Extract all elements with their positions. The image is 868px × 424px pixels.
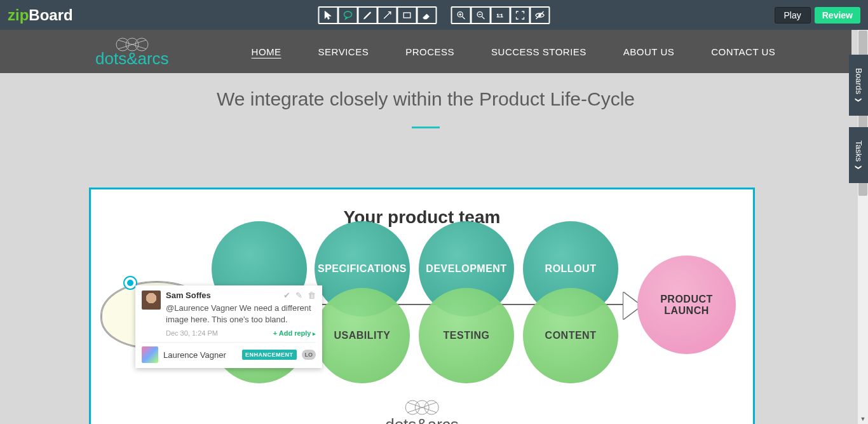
circle-launch: PRODUCT LAUNCH xyxy=(637,256,736,354)
comment-tool[interactable] xyxy=(339,8,357,23)
priority-tag: LO xyxy=(302,350,316,360)
site-navigation: dots&arcs HOME SERVICES PROCESS SUCCESS … xyxy=(0,30,851,73)
page-headline: We integrate closely within the Product … xyxy=(0,73,851,110)
actual-size-tool[interactable]: 1:1 xyxy=(492,8,510,23)
logo-part-a: zip xyxy=(8,6,29,24)
fit-screen-tool[interactable] xyxy=(512,8,529,23)
svg-point-0 xyxy=(344,11,352,17)
eraser-tool[interactable] xyxy=(418,8,436,23)
svg-rect-1 xyxy=(403,13,410,18)
comment-date: Dec 30, 1:24 PM xyxy=(166,329,218,337)
scroll-down-arrow[interactable]: ▼ xyxy=(858,414,868,424)
boards-panel-tab[interactable]: Boards❯ xyxy=(849,55,868,116)
zoom-in-tool[interactable] xyxy=(452,8,470,23)
nav-success-stories[interactable]: SUCCESS STORIES xyxy=(491,46,587,57)
chevron-down-icon: ❯ xyxy=(855,165,862,170)
play-button[interactable]: Play xyxy=(775,7,811,24)
comment-popup: Sam Soffes ✔ ✎ 🗑 @Laurence Vagner We nee… xyxy=(135,285,322,368)
nav-links: HOME SERVICES PROCESS SUCCESS STORIES AB… xyxy=(252,46,776,57)
headline-accent xyxy=(412,127,440,128)
nav-services[interactable]: SERVICES xyxy=(318,46,369,57)
drawing-tools xyxy=(318,6,437,24)
mode-actions: Play Review xyxy=(775,7,860,24)
site-logo[interactable]: dots&arcs xyxy=(95,36,169,67)
view-tools: 1:1 xyxy=(451,6,550,24)
arrow-tool[interactable] xyxy=(379,8,397,23)
circle-testing: TESTING xyxy=(419,288,514,383)
review-button[interactable]: Review xyxy=(815,7,860,24)
add-reply-button[interactable]: Add reply xyxy=(273,329,316,337)
footer-brand-text: dots&arcs xyxy=(385,415,459,424)
nav-about[interactable]: ABOUT US xyxy=(623,46,674,57)
edit-icon[interactable]: ✎ xyxy=(295,291,302,300)
nav-contact[interactable]: CONTACT US xyxy=(711,46,775,57)
pointer-tool[interactable] xyxy=(320,8,337,23)
comment-actions: ✔ ✎ 🗑 xyxy=(283,291,316,300)
svg-line-6 xyxy=(536,11,544,19)
assignee-avatar xyxy=(142,346,158,363)
tasks-panel-tab[interactable]: Tasks❯ xyxy=(849,127,868,183)
diagram-footer-logo: dots&arcs xyxy=(385,399,459,424)
resolve-icon[interactable]: ✔ xyxy=(283,291,290,300)
rectangle-tool[interactable] xyxy=(398,8,416,23)
pencil-tool[interactable] xyxy=(359,8,377,23)
page-content: We integrate closely within the Product … xyxy=(0,73,851,424)
boards-label: Boards xyxy=(854,68,864,94)
assignee-name: Laurence Vagner xyxy=(163,350,237,360)
tasks-label: Tasks xyxy=(854,140,864,161)
circle-usability: USABILITY xyxy=(315,288,410,383)
circle-content: CONTENT xyxy=(523,288,618,383)
delete-icon[interactable]: 🗑 xyxy=(308,291,316,300)
logo-part-b: Board xyxy=(29,6,72,24)
svg-text:1:1: 1:1 xyxy=(497,13,503,18)
app-logo: zipBoard xyxy=(8,6,73,24)
pin-dot-icon xyxy=(127,280,133,286)
zoom-out-tool[interactable] xyxy=(472,8,490,23)
nav-home[interactable]: HOME xyxy=(252,46,281,57)
tool-groups: 1:1 xyxy=(318,6,550,24)
app-toolbar: zipBoard 1:1 Play Review xyxy=(0,0,868,30)
comment-author: Sam Soffes xyxy=(166,291,211,300)
comment-text: @Laurence Vagner We need a different ima… xyxy=(166,303,316,325)
chevron-down-icon: ❯ xyxy=(855,97,862,102)
author-avatar xyxy=(142,291,161,310)
toggle-visibility-tool[interactable] xyxy=(531,8,549,23)
nav-process[interactable]: PROCESS xyxy=(405,46,454,57)
type-tag: ENHANCEMENT xyxy=(242,350,297,360)
site-brand-text: dots&arcs xyxy=(95,50,169,67)
